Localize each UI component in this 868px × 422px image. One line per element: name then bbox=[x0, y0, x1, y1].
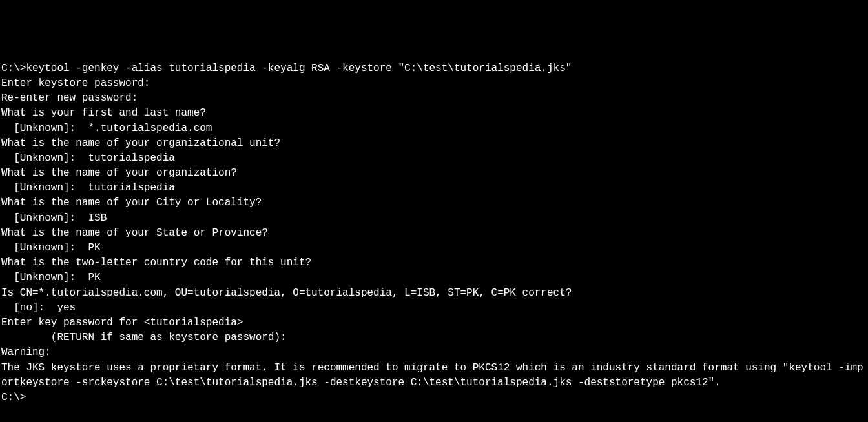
prompt-line[interactable]: C:\> bbox=[1, 390, 868, 405]
output-line: [Unknown]: ISB bbox=[1, 211, 868, 226]
output-line: (RETURN if same as keystore password): bbox=[1, 330, 868, 345]
output-line: [Unknown]: PK bbox=[1, 241, 868, 256]
output-line: What is the name of your State or Provin… bbox=[1, 226, 868, 241]
output-line: [Unknown]: tutorialspedia bbox=[1, 151, 868, 166]
output-line: Warning: bbox=[1, 345, 868, 360]
output-line: What is the two-letter country code for … bbox=[1, 256, 868, 270]
output-line: What is your first and last name? bbox=[1, 106, 868, 121]
output-line: What is the name of your organization? bbox=[1, 166, 868, 181]
output-line: Enter keystore password: bbox=[1, 76, 868, 91]
command-text: keytool -genkey -alias tutorialspedia -k… bbox=[26, 63, 572, 74]
prompt: C:\> bbox=[1, 63, 26, 74]
output-line: Re-enter new password: bbox=[1, 91, 868, 106]
output-line: Is CN=*.tutorialspedia.com, OU=tutorials… bbox=[1, 286, 868, 301]
output-line: [Unknown]: PK bbox=[1, 270, 868, 285]
output-line: Enter key password for <tutorialspedia> bbox=[1, 316, 868, 330]
output-line: [Unknown]: tutorialspedia bbox=[1, 181, 868, 196]
prompt: C:\> bbox=[1, 392, 26, 403]
output-line: What is the name of your City or Localit… bbox=[1, 196, 868, 210]
output-line: What is the name of your organizational … bbox=[1, 136, 868, 151]
output-line: The JKS keystore uses a proprietary form… bbox=[1, 361, 868, 390]
terminal-window[interactable]: C:\>keytool -genkey -alias tutorialspedi… bbox=[1, 61, 868, 422]
output-line: [no]: yes bbox=[1, 301, 868, 316]
output-line: [Unknown]: *.tutorialspedia.com bbox=[1, 121, 868, 136]
command-line: C:\>keytool -genkey -alias tutorialspedi… bbox=[1, 61, 868, 76]
